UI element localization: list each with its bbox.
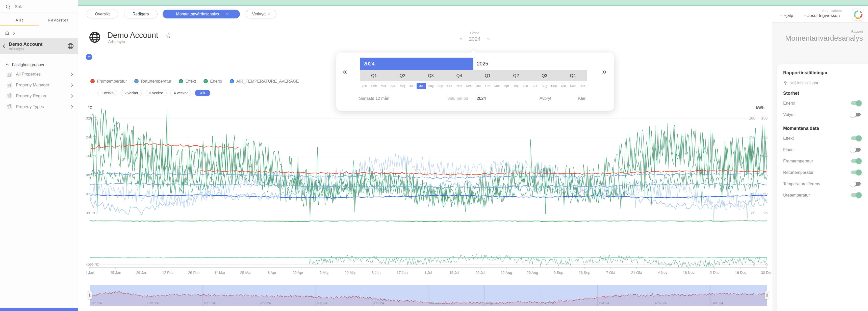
range-button-2-veckor[interactable]: 2 veckor bbox=[121, 90, 142, 96]
quarter-cell-3[interactable]: Q4 bbox=[445, 70, 474, 81]
legend-label: Energi bbox=[210, 79, 222, 84]
group-section-header[interactable]: Fastighetsgrupper bbox=[6, 63, 44, 67]
scrubber-handle-left[interactable] bbox=[88, 291, 92, 299]
svg-text:Maj '24: Maj '24 bbox=[317, 301, 328, 305]
tools-button[interactable]: Verktyg ▽ bbox=[246, 9, 276, 19]
range-button-1-vecka[interactable]: 1 vecka bbox=[97, 90, 117, 96]
toggle-fl-de[interactable] bbox=[851, 148, 861, 151]
chevron-down-icon: ▽ bbox=[268, 12, 270, 16]
overview-button[interactable]: Översikt bbox=[87, 9, 118, 19]
picker-prev-icon[interactable]: « bbox=[343, 67, 347, 76]
sidebar-item-property-manager[interactable]: Property Manager bbox=[0, 80, 78, 90]
back-chevron-icon[interactable] bbox=[3, 44, 6, 48]
svg-text:21 Okt: 21 Okt bbox=[631, 271, 642, 275]
month-cell-13[interactable]: Feb bbox=[483, 83, 493, 89]
range-button-4-veckor[interactable]: 4 veckor bbox=[170, 90, 191, 96]
toggle-energi[interactable] bbox=[851, 101, 861, 105]
help-badge[interactable]: ? bbox=[86, 54, 92, 60]
legend-item-air-temperature-average[interactable]: AIR_TEMPERATURE_AVERAGE bbox=[230, 79, 299, 84]
toggle-returtemperatur[interactable] bbox=[851, 171, 861, 174]
brand-logo[interactable] bbox=[852, 8, 864, 21]
user-menu[interactable]: ▽ Josef Ingvarsson bbox=[804, 13, 840, 18]
month-cell-0[interactable]: Jan bbox=[360, 83, 369, 89]
toggle-effekt[interactable] bbox=[851, 136, 861, 140]
month-cell-21[interactable]: Okt bbox=[559, 83, 568, 89]
quarter-cell-4[interactable]: Q1 bbox=[473, 70, 502, 81]
svg-text:°C: °C bbox=[88, 106, 92, 110]
search-input[interactable]: Sök bbox=[0, 0, 78, 14]
month-cell-7[interactable]: Aug bbox=[426, 83, 436, 89]
range-button-allt[interactable]: Allt bbox=[195, 90, 210, 96]
svg-text:Feb '24: Feb '24 bbox=[148, 301, 159, 305]
search-icon bbox=[5, 4, 11, 9]
month-cell-19[interactable]: Aug bbox=[540, 83, 549, 89]
month-cell-3[interactable]: Apr bbox=[388, 83, 398, 89]
month-cell-17[interactable]: Jun bbox=[521, 83, 530, 89]
globe-icon bbox=[67, 43, 74, 50]
overview-scrubber[interactable]: Jan '24Feb '24Mar '24Apr '24Maj '24Jun '… bbox=[86, 285, 771, 306]
toggle-label: Volym bbox=[783, 112, 795, 117]
picker-next-icon[interactable]: » bbox=[602, 67, 607, 76]
analysis-button[interactable]: Momentanvärdesanalys ▽ bbox=[163, 9, 240, 19]
year-2025[interactable]: 2025 bbox=[473, 58, 587, 70]
tab-allt[interactable]: Allt bbox=[0, 14, 39, 26]
svg-text:-80 °C: -80 °C bbox=[86, 211, 97, 215]
range-button-3-veckor[interactable]: 3 veckor bbox=[146, 90, 167, 96]
month-cell-12[interactable]: Jan bbox=[473, 83, 483, 89]
legend-item-returtemperatur[interactable]: Returtemperatur bbox=[134, 79, 171, 84]
month-cell-2[interactable]: Mar bbox=[379, 83, 388, 89]
app-window: Sök Allt Favoriter Demo Account Arbetsyt… bbox=[0, 0, 868, 311]
picker-quarter-row: Q1Q2Q3Q4Q1Q2Q3Q4 bbox=[360, 70, 587, 81]
month-cell-16[interactable]: Maj bbox=[511, 83, 521, 89]
quarter-cell-5[interactable]: Q2 bbox=[502, 70, 530, 81]
sidebar-item-all-properties[interactable]: All Properties bbox=[0, 69, 78, 80]
home-icon[interactable] bbox=[4, 31, 9, 36]
edit-button[interactable]: Redigera bbox=[124, 9, 158, 19]
month-cell-9[interactable]: Okt bbox=[445, 83, 455, 89]
quarter-cell-6[interactable]: Q3 bbox=[530, 70, 559, 81]
quarter-cell-2[interactable]: Q3 bbox=[416, 70, 445, 81]
legend-item-framtemperatur[interactable]: Framtemperatur bbox=[90, 79, 127, 84]
month-cell-10[interactable]: Nov bbox=[455, 83, 464, 89]
toggle-temperaturdifferens[interactable] bbox=[851, 182, 861, 186]
month-cell-14[interactable]: Mar bbox=[492, 83, 502, 89]
chevron-down-icon[interactable]: ▽ bbox=[226, 12, 228, 16]
month-cell-18[interactable]: Jul bbox=[530, 83, 540, 89]
hide-settings-button[interactable]: Dölj inställningar bbox=[783, 81, 863, 85]
month-cell-8[interactable]: Sep bbox=[435, 83, 445, 89]
legend-item-energi[interactable]: Energi bbox=[204, 79, 222, 84]
month-cell-1[interactable]: Feb bbox=[369, 83, 379, 89]
svg-text:29 Jan: 29 Jan bbox=[136, 271, 148, 275]
sidebar-item-property-types[interactable]: Property Types bbox=[0, 101, 78, 112]
month-cell-23[interactable]: Dec bbox=[578, 83, 587, 89]
month-cell-4[interactable]: Maj bbox=[398, 83, 407, 89]
quarter-cell-7[interactable]: Q4 bbox=[559, 70, 587, 81]
help-menu[interactable]: ▽ Hjälp bbox=[780, 13, 793, 18]
done-button[interactable]: Klar bbox=[578, 96, 586, 101]
favorite-star-icon[interactable]: ☆ bbox=[165, 32, 171, 40]
toggle-framtemperatur[interactable] bbox=[851, 159, 861, 163]
month-cell-22[interactable]: Nov bbox=[568, 83, 578, 89]
period-value[interactable]: 2024 bbox=[469, 36, 481, 42]
legend-item-effekt[interactable]: Effekt bbox=[179, 79, 196, 84]
quarter-cell-0[interactable]: Q1 bbox=[360, 70, 388, 81]
year-2024[interactable]: 2024 bbox=[360, 58, 473, 70]
scrubber-handle-right[interactable] bbox=[765, 291, 769, 299]
month-cell-20[interactable]: Sep bbox=[549, 83, 559, 89]
period-next-icon[interactable]: » bbox=[487, 36, 490, 42]
quarter-cell-1[interactable]: Q2 bbox=[388, 70, 417, 81]
month-cell-6[interactable]: Jul bbox=[416, 83, 426, 89]
toggle-volym[interactable] bbox=[851, 113, 861, 116]
last-12-months-button[interactable]: Senaste 12 mån bbox=[359, 96, 389, 101]
month-cell-5[interactable]: Jun bbox=[407, 83, 417, 89]
tab-favoriter[interactable]: Favoriter bbox=[39, 14, 78, 26]
month-cell-11[interactable]: Dec bbox=[464, 83, 474, 89]
toggle-utetemperatur[interactable] bbox=[851, 193, 861, 197]
period-prev-icon[interactable]: « bbox=[460, 36, 462, 42]
sidebar-item-property-region[interactable]: Property Region bbox=[0, 90, 78, 101]
cancel-button[interactable]: Avbryt bbox=[539, 96, 551, 101]
workspace-item[interactable]: Demo Account Arbetsyta bbox=[0, 38, 78, 54]
toggle-label: Energi bbox=[783, 101, 795, 106]
month-cell-15[interactable]: Apr bbox=[502, 83, 512, 89]
hide-settings-label: Dölj inställningar bbox=[789, 81, 818, 85]
